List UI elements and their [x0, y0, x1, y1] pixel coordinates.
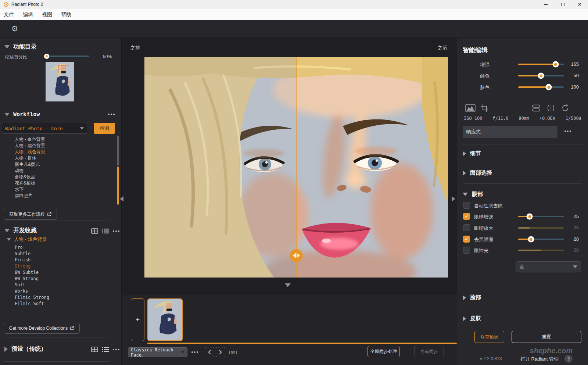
grid-view-icon[interactable]: [91, 228, 98, 234]
minimize-button[interactable]: [537, 0, 554, 9]
list-view-icon[interactable]: [102, 347, 109, 352]
workflow-list-item[interactable]: 人物 - 浅色背景: [15, 149, 110, 155]
collection-list-item[interactable]: Works: [15, 288, 49, 294]
skin-tone-slider[interactable]: [518, 86, 564, 88]
workflow-list-item[interactable]: 新生儿&婴儿: [15, 161, 110, 168]
dark-circle-removal-knob[interactable]: [528, 236, 534, 243]
workflow-title: Workflow: [13, 111, 40, 118]
collapse-left-panel-arrow[interactable]: [120, 196, 123, 201]
dark-circle-removal-checkbox[interactable]: [463, 236, 470, 243]
collection-list-item[interactable]: BW Strong: [15, 276, 49, 282]
catalog-section-header[interactable]: 功能目录: [4, 43, 37, 51]
workflow-list-item[interactable]: 食物&饮品: [15, 174, 110, 180]
more-options-icon[interactable]: [564, 130, 571, 132]
collapse-right-panel-arrow[interactable]: [452, 196, 455, 201]
get-more-collections-button[interactable]: Get more Develop Collections: [4, 323, 80, 334]
detect-button[interactable]: 检测: [94, 123, 115, 134]
compare-split-line[interactable]: [296, 57, 297, 278]
thumbnail-zoom-knob[interactable]: [44, 54, 49, 59]
workflow-list-item[interactable]: 水下: [15, 186, 110, 193]
catalog-thumbnail[interactable]: [46, 62, 74, 101]
workflow-menu[interactable]: [108, 114, 115, 115]
next-image-button[interactable]: [216, 347, 225, 357]
scrollbar-thumb[interactable]: [117, 167, 119, 205]
compare-slider-handle[interactable]: [290, 249, 303, 262]
preset-name-field[interactable]: 响应式: [463, 126, 557, 138]
skin-tone-slider-knob[interactable]: [546, 84, 552, 90]
menu-file[interactable]: 文件: [4, 11, 14, 18]
thumbnail-zoom-slider[interactable]: [44, 56, 89, 57]
sync-forward-button[interactable]: 向前同步: [415, 346, 444, 357]
enhance-slider-knob[interactable]: [552, 61, 559, 68]
catchlight-checkbox[interactable]: [463, 247, 470, 254]
histogram-icon[interactable]: [465, 104, 476, 112]
filmstrip-thumbnail[interactable]: [147, 298, 183, 341]
grid-view-icon[interactable]: [91, 347, 98, 352]
crop-icon[interactable]: [481, 104, 489, 112]
compare-image[interactable]: [144, 57, 448, 278]
applied-preset-dropdown[interactable]: Classics Retouch Face.: [128, 347, 187, 357]
collection-list-item[interactable]: Soft: [15, 282, 49, 288]
sync-all-button[interactable]: 全部同步处理: [368, 346, 400, 357]
eye-enhance-slider[interactable]: [518, 216, 564, 217]
more-options-icon[interactable]: [113, 349, 119, 350]
open-radiant-manager-link[interactable]: 打开 Radiant 管理: [520, 356, 559, 362]
catchlight-slider[interactable]: [518, 250, 564, 251]
menu-help[interactable]: 帮助: [61, 11, 71, 18]
workflow-list-item[interactable]: 人物 - 群体: [15, 155, 110, 161]
face-selection-section-header[interactable]: 面部选择: [463, 169, 492, 176]
maximize-button[interactable]: [554, 0, 571, 9]
presets-section-header[interactable]: 预设（传统）: [4, 345, 47, 353]
workflow-list-item[interactable]: 花卉&植物: [15, 180, 110, 186]
eye-enhance-checkbox[interactable]: [463, 213, 470, 220]
flip-horizontal-icon[interactable]: [546, 104, 555, 112]
collection-list-item[interactable]: Finish: [15, 257, 49, 263]
collection-list-item[interactable]: Pro: [15, 244, 49, 251]
collection-list-item[interactable]: BW Subtle: [15, 269, 49, 276]
previous-image-button[interactable]: [205, 347, 214, 357]
eye-enhance-knob[interactable]: [527, 214, 533, 220]
close-button[interactable]: ✕: [571, 0, 588, 9]
menu-edit[interactable]: 编辑: [23, 11, 33, 18]
get-more-workflows-button[interactable]: 获取更多工作流程: [4, 209, 57, 220]
details-section-header[interactable]: 细节: [463, 150, 481, 157]
flip-vertical-icon[interactable]: [532, 104, 541, 112]
catchlight-label: 眼神光: [474, 247, 488, 254]
color-slider-knob[interactable]: [538, 73, 544, 79]
enhance-slider[interactable]: [518, 64, 564, 65]
collection-list-item[interactable]: Filmic Strong: [15, 294, 49, 301]
help-button[interactable]: ?: [564, 355, 573, 363]
collection-list-item[interactable]: Strong: [15, 263, 49, 269]
workflow-scrollbar[interactable]: [117, 136, 119, 205]
dark-circle-removal-slider[interactable]: [518, 239, 564, 240]
menu-view[interactable]: 视图: [42, 11, 52, 18]
eye-enlarge-checkbox[interactable]: [463, 224, 470, 231]
collection-list-item[interactable]: Subtle: [15, 251, 49, 257]
collections-group-row[interactable]: 人物 - 浅色背景: [7, 236, 47, 243]
collections-section-header[interactable]: 开发收藏: [4, 227, 37, 235]
collapse-filmstrip-arrow[interactable]: [285, 283, 291, 287]
workflow-list-item[interactable]: 人物 - 白色背景: [15, 136, 110, 143]
face-section-header[interactable]: 脸部: [463, 294, 481, 301]
eye-enlarge-slider[interactable]: [518, 227, 564, 229]
rotate-icon[interactable]: [561, 104, 569, 112]
workflow-dropdown[interactable]: Radiant Photo - Core: [2, 123, 87, 134]
workflow-section-header[interactable]: Workflow: [4, 111, 40, 118]
workflow-list-item[interactable]: 动物: [15, 168, 110, 174]
more-options-icon[interactable]: [191, 351, 198, 353]
settings-gear-icon[interactable]: ⚙: [10, 24, 20, 34]
list-view-icon[interactable]: [102, 228, 109, 234]
add-image-button[interactable]: +: [131, 298, 144, 341]
workflow-list-item[interactable]: 黑白照片: [15, 193, 110, 199]
collection-list-item[interactable]: Filmic Soft: [15, 301, 49, 307]
color-slider[interactable]: [518, 75, 564, 76]
skin-section-header[interactable]: 皮肤: [463, 315, 481, 322]
reset-button[interactable]: 重置: [512, 331, 581, 343]
eyes-section-header[interactable]: 眼部: [463, 191, 483, 198]
workflow-list-item[interactable]: 人物 - 黑色背景: [15, 143, 110, 149]
auto-red-eye-checkbox[interactable]: [463, 202, 470, 209]
chevron-down-icon: [4, 229, 10, 232]
more-options-icon[interactable]: [113, 230, 119, 232]
save-preset-button[interactable]: 保存预设: [474, 331, 504, 343]
face-scope-dropdown[interactable]: 全: [516, 261, 581, 272]
